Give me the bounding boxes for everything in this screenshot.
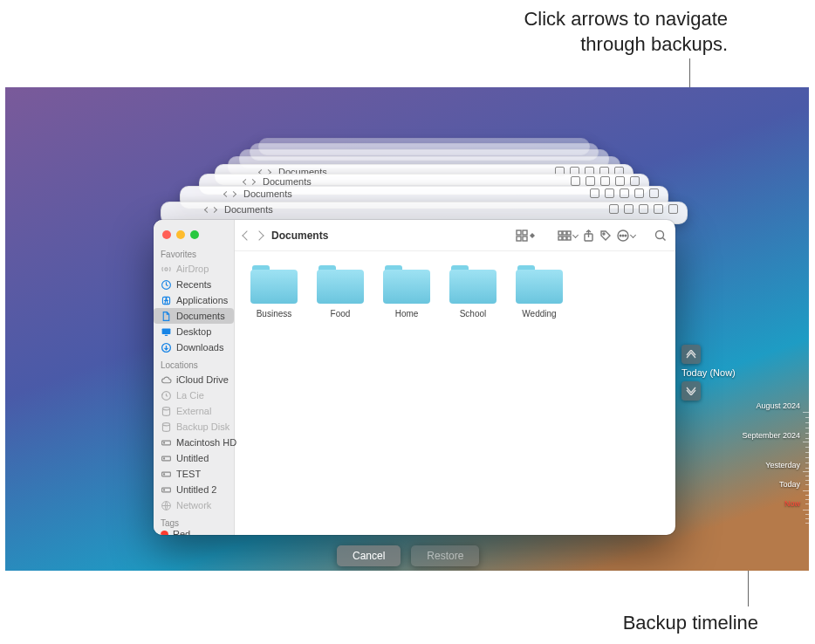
clock2-icon (161, 390, 172, 401)
hd-icon (161, 469, 172, 480)
folder-item[interactable]: Food (313, 265, 367, 319)
sidebar-item-label: Applications (176, 295, 228, 305)
svg-rect-23 (563, 231, 566, 235)
back-button[interactable] (242, 230, 251, 240)
group-button[interactable] (558, 230, 578, 241)
backup-timeline[interactable]: August 2024September 2024YesterdayTodayN… (739, 401, 809, 518)
folder-item[interactable]: Business (247, 265, 301, 319)
disk-icon (161, 406, 172, 417)
svg-rect-21 (523, 236, 527, 241)
sidebar-item[interactable]: Desktop (154, 324, 234, 339)
window-controls (154, 225, 234, 244)
sidebar-item-label: Desktop (176, 326, 211, 337)
sidebar-item[interactable]: Documents (154, 308, 234, 324)
svg-rect-24 (567, 231, 571, 235)
svg-point-31 (620, 235, 621, 236)
svg-point-16 (163, 489, 164, 490)
finder-window: Favorites AirDropRecentsApplicationsDocu… (154, 220, 675, 535)
svg-rect-4 (165, 334, 168, 335)
svg-point-0 (165, 267, 168, 270)
svg-point-14 (163, 473, 164, 474)
folder-item[interactable]: School (446, 265, 500, 319)
timeline-entry[interactable]: Now (739, 499, 809, 518)
zoom-button[interactable] (190, 230, 199, 239)
callout-arrows-text: Click arrows to navigatethrough backups. (524, 7, 728, 57)
more-button[interactable] (617, 230, 635, 242)
sidebar-item-label: Recents (176, 279, 211, 290)
search-button[interactable] (654, 230, 667, 242)
sidebar-item[interactable]: Applications (154, 292, 234, 308)
folder-item[interactable]: Home (380, 265, 434, 319)
sidebar-item[interactable]: TEST (154, 466, 234, 482)
folder-icon (449, 265, 497, 304)
folder-content: BusinessFoodHomeSchoolWedding (235, 251, 675, 535)
applications-icon (161, 295, 172, 306)
folder-label: Food (313, 309, 367, 319)
backup-nav: Today (Now) (681, 345, 736, 404)
folder-item[interactable]: Wedding (512, 265, 566, 319)
svg-rect-20 (517, 236, 521, 241)
sidebar-item[interactable]: AirDrop (154, 261, 234, 277)
sidebar-tag[interactable]: Red (154, 530, 234, 535)
sidebar-item[interactable]: Downloads (154, 339, 234, 355)
folder-icon (383, 265, 430, 304)
backup-current-label: Today (Now) (681, 367, 736, 378)
tag-color-icon (161, 531, 168, 536)
sidebar-item-label: La Cie (176, 390, 204, 401)
icon-view-button[interactable] (516, 230, 535, 242)
timeline-entry[interactable]: Today (739, 480, 809, 499)
sidebar-item-label: Backup Disk (176, 421, 229, 432)
svg-point-8 (162, 422, 169, 425)
bottom-bar: Cancel Restore (337, 545, 479, 566)
sidebar-item-label: Untitled 2 (176, 484, 216, 495)
sidebar-item[interactable]: Network (154, 497, 234, 513)
svg-point-32 (622, 235, 624, 236)
svg-rect-26 (563, 236, 566, 240)
svg-point-7 (162, 407, 169, 409)
sidebar-item[interactable]: La Cie (154, 387, 234, 403)
document-icon (161, 311, 172, 322)
sidebar-item-label: Untitled (176, 453, 209, 463)
hd-icon (161, 437, 172, 449)
svg-rect-18 (517, 230, 521, 235)
sidebar-item[interactable]: Recents (154, 277, 234, 292)
sidebar-item[interactable]: External (154, 403, 234, 419)
desktop-icon (161, 326, 172, 338)
breadcrumb-current: Documents (271, 230, 328, 242)
disk-icon (161, 421, 172, 433)
sidebar-item[interactable]: Untitled (154, 450, 234, 466)
timeline-entry[interactable]: August 2024 (739, 401, 809, 431)
svg-point-34 (656, 230, 664, 238)
svg-rect-22 (558, 231, 562, 235)
close-button[interactable] (162, 230, 171, 239)
folder-icon (516, 265, 563, 304)
clock-icon (161, 279, 172, 291)
svg-rect-19 (523, 230, 527, 235)
folder-label: Business (247, 309, 301, 319)
backup-next-arrow[interactable] (681, 381, 701, 401)
hd-icon (161, 484, 172, 496)
folder-icon (250, 265, 298, 304)
backup-prev-arrow[interactable] (681, 345, 701, 364)
cancel-button[interactable]: Cancel (337, 545, 401, 566)
sidebar-item-label: External (176, 406, 211, 416)
sidebar-item-label: iCloud Drive (176, 374, 229, 385)
folder-label: School (446, 309, 500, 319)
minimize-button[interactable] (176, 230, 185, 239)
restore-button[interactable]: Restore (411, 545, 479, 566)
sidebar-heading-locations: Locations (154, 355, 234, 372)
folder-label: Home (380, 309, 434, 319)
forward-button[interactable] (254, 230, 264, 240)
svg-rect-27 (567, 236, 571, 240)
sidebar-item-label: Macintosh HD (176, 437, 236, 448)
sidebar-item[interactable]: Backup Disk (154, 419, 234, 435)
sidebar-item[interactable]: Untitled 2 (154, 482, 234, 497)
sidebar-item[interactable]: iCloud Drive (154, 372, 234, 387)
sidebar-item[interactable]: Macintosh HD (154, 435, 234, 450)
share-button[interactable] (583, 230, 594, 242)
tag-button[interactable] (599, 230, 612, 242)
timeline-entry[interactable]: Yesterday (739, 461, 809, 480)
time-machine-stage: Documents Documents Documents Documents … (5, 87, 809, 571)
timeline-entry[interactable]: September 2024 (739, 431, 809, 461)
sidebar-heading-tags: Tags (154, 513, 234, 530)
